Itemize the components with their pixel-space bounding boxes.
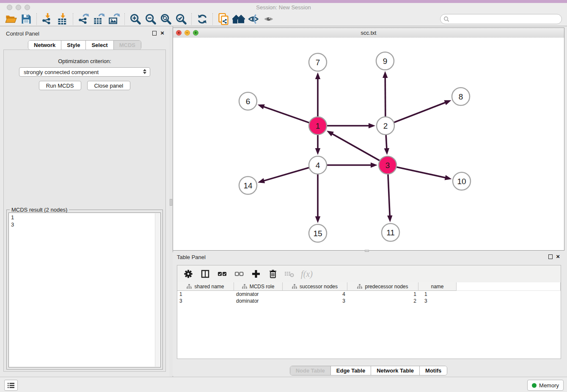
- graph-edge-arrowhead: [258, 178, 265, 183]
- search-input[interactable]: [449, 16, 561, 23]
- table-settings-icon[interactable]: [181, 266, 196, 282]
- export-table-icon[interactable]: [91, 12, 107, 26]
- column-header-successor-nodes[interactable]: successor nodes: [283, 282, 347, 291]
- home-icon[interactable]: [231, 12, 246, 26]
- splitter-handle[interactable]: [170, 199, 172, 206]
- graph-node-4[interactable]: 4: [309, 156, 327, 174]
- column-header-name[interactable]: name: [418, 282, 457, 291]
- memory-button[interactable]: Memory: [527, 380, 564, 391]
- criterion-dropdown[interactable]: strongly connected component: [19, 67, 150, 77]
- graph-node-7[interactable]: 7: [309, 53, 327, 71]
- clone-network-icon[interactable]: [216, 12, 231, 26]
- tab-select[interactable]: Select: [85, 41, 113, 50]
- save-session-icon[interactable]: [19, 12, 34, 26]
- delete-row-icon[interactable]: [265, 266, 281, 282]
- delete-table-icon[interactable]: [282, 266, 297, 282]
- zoom-fit-icon[interactable]: [158, 12, 173, 26]
- task-history-button[interactable]: [4, 380, 18, 391]
- graph-node-8[interactable]: 8: [452, 88, 470, 105]
- graph-node-1[interactable]: 1: [309, 117, 327, 135]
- column-header-mcds-role[interactable]: MCDS role: [234, 282, 283, 291]
- network-canvas[interactable]: 7968124314101511: [173, 38, 564, 250]
- zoom-selected-icon[interactable]: [173, 12, 189, 26]
- add-row-icon[interactable]: [248, 266, 264, 282]
- titlebar: Session: New Session: [0, 3, 567, 12]
- import-network-icon[interactable]: [40, 12, 55, 26]
- column-header-predecessor-nodes[interactable]: predecessor nodes: [347, 282, 418, 291]
- column-header-shared-name[interactable]: shared name: [177, 282, 234, 291]
- graph-edge-3-11[interactable]: [388, 174, 390, 216]
- horizontal-splitter-handle[interactable]: [365, 250, 369, 252]
- open-file-icon[interactable]: [3, 12, 19, 26]
- graph-node-9[interactable]: 9: [376, 52, 394, 70]
- close-panel-button[interactable]: Close panel: [87, 81, 131, 90]
- mcds-result-title: MCDS result (2 nodes): [10, 207, 69, 213]
- function-builder-icon[interactable]: f(x): [299, 266, 314, 282]
- float-panel-icon[interactable]: [152, 31, 157, 36]
- table-row[interactable]: 3dominator323: [177, 298, 561, 304]
- select-all-icon[interactable]: [215, 266, 230, 282]
- graph-edge-arrowhead: [369, 123, 375, 128]
- tab-motifs[interactable]: Motifs: [419, 366, 447, 375]
- cell-mcds-role[interactable]: dominator: [234, 298, 283, 304]
- tab-node-table[interactable]: Node Table: [290, 366, 330, 375]
- toolbar-separator: [36, 13, 37, 25]
- graph-node-15[interactable]: 15: [309, 224, 327, 242]
- import-table-icon[interactable]: [55, 12, 70, 26]
- tab-edge-table[interactable]: Edge Table: [330, 366, 371, 375]
- graph-node-label: 2: [383, 121, 388, 130]
- graph-edge-2-3[interactable]: [386, 134, 387, 149]
- close-table-panel-icon[interactable]: ×: [556, 253, 560, 260]
- graph-edge-3-10[interactable]: [396, 167, 446, 178]
- float-table-panel-icon[interactable]: [548, 254, 553, 259]
- graph-edge-arrowhead: [444, 100, 451, 105]
- cell-predecessor-nodes[interactable]: 2: [347, 298, 418, 304]
- cell-successor-nodes[interactable]: 3: [283, 298, 347, 304]
- graph-node-3[interactable]: 3: [379, 156, 396, 174]
- close-panel-icon[interactable]: ×: [160, 29, 164, 36]
- graph-edge-arrowhead: [315, 72, 320, 79]
- cell-shared-name[interactable]: 3: [177, 298, 234, 304]
- run-mcds-button[interactable]: Run MCDS: [39, 81, 81, 90]
- graph-edge-4-14[interactable]: [263, 168, 309, 181]
- graph-edge-arrowhead: [384, 148, 389, 155]
- graph-node-2[interactable]: 2: [377, 117, 394, 135]
- zoom-in-icon[interactable]: [128, 12, 143, 26]
- cell-predecessor-nodes[interactable]: 1: [347, 291, 418, 298]
- graph-edge-3-1[interactable]: [332, 134, 380, 161]
- graph-edge-2-9[interactable]: [385, 77, 385, 117]
- status-bar: Memory: [0, 377, 567, 392]
- zoom-out-icon[interactable]: [143, 12, 158, 26]
- graph-node-label: 6: [246, 97, 250, 106]
- tab-network-table[interactable]: Network Table: [371, 366, 419, 375]
- table-panel: Table Panel ×: [173, 252, 564, 376]
- cell-name[interactable]: 3: [418, 298, 457, 304]
- cell-shared-name[interactable]: 1: [177, 291, 234, 298]
- hide-panel-icon[interactable]: [246, 12, 261, 26]
- graph-node-14[interactable]: 14: [239, 177, 257, 194]
- export-image-icon[interactable]: [107, 12, 122, 26]
- table-row[interactable]: 1dominator411: [177, 291, 561, 298]
- show-columns-icon[interactable]: [198, 266, 213, 282]
- tab-style[interactable]: Style: [61, 41, 85, 50]
- column-label: predecessor nodes: [365, 284, 408, 290]
- export-network-icon[interactable]: [76, 12, 91, 26]
- deselect-all-icon[interactable]: [231, 266, 247, 282]
- graph-edge-2-8[interactable]: [394, 102, 446, 123]
- show-panel-icon[interactable]: [261, 12, 277, 26]
- search-icon: [443, 16, 449, 22]
- graph-node-6[interactable]: 6: [239, 92, 257, 110]
- graph-edge-1-6[interactable]: [263, 107, 310, 123]
- graph-edge-arrowhead: [327, 131, 334, 136]
- tab-mcds[interactable]: MCDS: [113, 41, 141, 50]
- cell-successor-nodes[interactable]: 4: [283, 291, 347, 298]
- graph-node-11[interactable]: 11: [382, 224, 399, 241]
- refresh-icon[interactable]: [195, 12, 210, 26]
- graph-node-10[interactable]: 10: [453, 172, 471, 190]
- cell-name[interactable]: 1: [418, 291, 457, 298]
- cell-mcds-role[interactable]: dominator: [234, 291, 283, 298]
- tab-network[interactable]: Network: [28, 41, 61, 50]
- column-label: successor nodes: [300, 284, 338, 290]
- mcds-result-text[interactable]: 1 3: [8, 213, 161, 367]
- control-panel-tabs: NetworkStyleSelectMCDS: [28, 40, 141, 50]
